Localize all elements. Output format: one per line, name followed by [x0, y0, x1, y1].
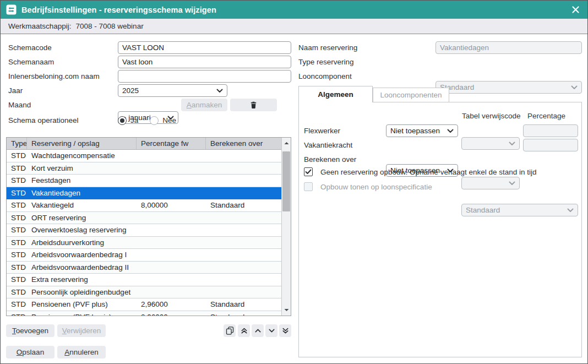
table-cell-name: Kort verzuim — [27, 162, 137, 175]
table-cell-percentage — [137, 212, 206, 224]
move-top-button[interactable] — [238, 324, 250, 337]
table-cell-berekenen — [206, 224, 281, 236]
column-header-reservering[interactable]: Reservering / opslag — [27, 138, 137, 149]
schemanaam-input[interactable] — [118, 56, 291, 68]
move-down-button[interactable] — [265, 324, 277, 337]
table-cell-percentage — [137, 187, 206, 199]
double-chevron-down-icon — [282, 327, 289, 334]
table-cell-berekenen — [206, 162, 281, 175]
scroll-up-icon[interactable] — [282, 138, 291, 149]
chevron-down-icon — [216, 89, 223, 93]
table-cell-name: Arbeidsvoorwaardenbedrag I — [27, 249, 137, 261]
vakantiekracht-percentage-input[interactable] — [523, 139, 578, 151]
verwijderen-button[interactable]: Verwijderen — [57, 324, 106, 337]
table-cell-berekenen — [206, 286, 281, 298]
table-row[interactable]: STDWachtdagencompensatie — [7, 150, 281, 162]
table-scrollbar[interactable] — [281, 138, 291, 316]
table-cell-berekenen — [206, 237, 281, 249]
table-row[interactable]: STDPersoonlijk opleidingenbudget — [7, 286, 281, 299]
move-bottom-button[interactable] — [279, 324, 291, 337]
table-cell-percentage: 8,00000 — [137, 199, 206, 211]
annuleren-button-label: Annuleren — [64, 348, 99, 356]
table-row[interactable]: STDFeestdagen — [7, 175, 281, 187]
column-header-berekenen-over[interactable]: Berekenen over — [206, 138, 281, 149]
delete-month-button[interactable] — [230, 99, 277, 111]
tab-looncomponenten[interactable]: Looncomponenten — [373, 88, 449, 102]
table-cell-type: STD — [7, 311, 27, 316]
jaar-label: Jaar — [8, 84, 23, 97]
scrollbar-thumb[interactable] — [282, 151, 290, 211]
table-row[interactable]: STDVakantiedagen — [7, 187, 281, 200]
schemacode-input[interactable] — [118, 41, 291, 54]
close-icon[interactable] — [569, 3, 582, 17]
annuleren-button[interactable]: Annuleren — [57, 346, 106, 358]
table-cell-berekenen — [206, 274, 281, 286]
naam-reservering-input[interactable] — [435, 41, 582, 54]
chevron-down-icon — [571, 85, 578, 90]
berekenen-over-select-value: Standaard — [466, 206, 500, 214]
percentage-column-header: Percentage — [527, 112, 565, 120]
table-cell-type: STD — [7, 298, 27, 311]
flexwerker-percentage-input[interactable] — [523, 124, 578, 137]
table-cell-type: STD — [7, 224, 27, 236]
berekenen-over-select[interactable]: Standaard — [461, 204, 578, 216]
table-cell-berekenen: Standaard — [206, 311, 281, 316]
dialog-content: Schemacode Schemanaam Inlenersbeloning.c… — [1, 34, 587, 363]
table-cell-name: Feestdagen — [27, 175, 137, 187]
table-header: Type Reservering / opslag Percentage fw … — [7, 138, 281, 150]
chevron-down-icon — [268, 327, 275, 334]
table-cell-percentage — [137, 274, 206, 286]
schemacode-label: Schemacode — [8, 41, 52, 54]
radio-nee[interactable] — [150, 116, 159, 125]
table-row[interactable]: STDPensioenen (PVF basis)2,96000Standaar… — [7, 311, 281, 316]
geen-reservering-checkbox[interactable] — [304, 167, 313, 176]
table-cell-name: Persoonlijk opleidingenbudget — [27, 286, 137, 298]
flexwerker-tabel-select[interactable] — [461, 137, 520, 150]
inlenersbeloning-input[interactable] — [118, 70, 291, 83]
chevron-up-icon — [254, 327, 262, 334]
table-cell-name: Arbeidsduurverkorting — [27, 237, 137, 249]
table-row[interactable]: STDPensioenen (PVF plus)2,96000Standaard — [7, 298, 281, 311]
tabel-verwijscode-column-header: Tabel verwijscode — [462, 112, 521, 120]
aanmaken-button[interactable]: Aanmaken — [181, 99, 227, 111]
table-row[interactable]: STDExtra reservering — [7, 274, 281, 286]
table-row[interactable]: STDKort verzuim — [7, 162, 281, 175]
dialog-bedrijfsinstellingen: Bedrijfsinstellingen - reserveringsschem… — [0, 0, 588, 364]
inlenersbeloning-label: Inlenersbeloning.com naam — [8, 70, 100, 83]
table-cell-percentage — [137, 262, 206, 274]
table-cell-name: Vakantiegeld — [27, 199, 137, 211]
looncomponent-label: Looncomponent — [298, 70, 352, 83]
table-row[interactable]: STDOverwerktoeslag reservering — [7, 224, 281, 237]
move-up-button[interactable] — [252, 324, 264, 337]
type-reservering-select[interactable]: Standaard — [435, 81, 582, 94]
table-cell-berekenen: Standaard — [206, 199, 281, 211]
table-row[interactable]: STDArbeidsvoorwaardenbedrag I — [7, 249, 281, 262]
table-cell-name: Overwerktoeslag reservering — [27, 224, 137, 236]
column-header-percentage-fw[interactable]: Percentage fw — [137, 138, 206, 149]
scroll-down-icon[interactable] — [282, 305, 291, 316]
table-row[interactable]: STDVakantiegeld8,00000Standaard — [7, 199, 281, 212]
aanmaken-button-label: Aanmaken — [187, 101, 222, 109]
table-cell-type: STD — [7, 262, 27, 274]
toevoegen-button[interactable]: Toevoegen — [6, 324, 55, 337]
radio-ja[interactable] — [118, 116, 127, 125]
geen-reservering-checkbox-label: Geen reservering opbouw. Opname verlaagt… — [320, 168, 537, 176]
transfer-icon — [6, 4, 17, 15]
table-cell-type: STD — [7, 175, 27, 187]
flexwerker-select[interactable]: Niet toepassen — [386, 124, 458, 137]
berekenen-over-label: Berekenen over — [304, 153, 356, 166]
table-row[interactable]: STDArbeidsduurverkorting — [7, 237, 281, 249]
copy-row-button[interactable] — [224, 324, 236, 337]
table-row[interactable]: STDORT reservering — [7, 212, 281, 225]
tab-algemeen-label: Algemeen — [318, 90, 353, 99]
opbouw-tonen-checkbox[interactable] — [304, 182, 313, 191]
table-row[interactable]: STDArbeidsvoorwaardenbedrag II — [7, 262, 281, 274]
tab-algemeen[interactable]: Algemeen — [298, 86, 373, 102]
column-header-type[interactable]: Type — [7, 138, 27, 149]
opslaan-button[interactable]: Opslaan — [6, 346, 55, 358]
opslaan-button-label: Opslaan — [17, 348, 44, 356]
table-cell-berekenen: Standaard — [206, 298, 281, 311]
jaar-select[interactable]: 2025 — [118, 84, 227, 97]
vakantiekracht-tabel-select[interactable] — [461, 177, 520, 189]
algemeen-tab-panel: Tabel verwijscode Percentage Flexwerker … — [298, 102, 582, 357]
